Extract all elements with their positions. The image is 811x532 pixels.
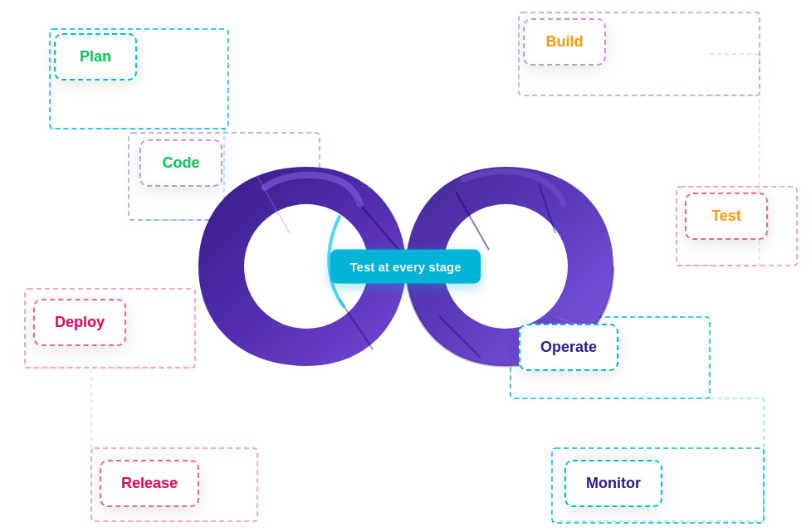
deploy-label: Deploy xyxy=(55,314,105,330)
release-label: Release xyxy=(121,475,178,491)
plan-label: Plan xyxy=(80,48,111,65)
monitor-label: Monitor xyxy=(586,475,641,491)
stage-card-plan[interactable]: Plan xyxy=(54,33,137,81)
test-label: Test xyxy=(711,207,741,224)
center-badge: Test at every stage xyxy=(330,249,481,283)
stage-card-code[interactable]: Code xyxy=(139,139,222,187)
stage-card-monitor[interactable]: Monitor xyxy=(564,460,662,507)
stage-card-deploy[interactable]: Deploy xyxy=(33,299,126,346)
stage-card-operate[interactable]: Operate xyxy=(519,324,618,371)
operate-label: Operate xyxy=(540,339,597,355)
center-badge-label: Test at every stage xyxy=(350,259,462,273)
build-label: Build xyxy=(546,33,584,50)
stage-card-release[interactable]: Release xyxy=(100,460,199,507)
stage-card-build[interactable]: Build xyxy=(523,18,606,66)
code-label: Code xyxy=(163,154,200,171)
stage-card-test[interactable]: Test xyxy=(685,193,768,240)
diagram-container: Test at every stage Plan Code Deploy Rel… xyxy=(0,0,811,532)
